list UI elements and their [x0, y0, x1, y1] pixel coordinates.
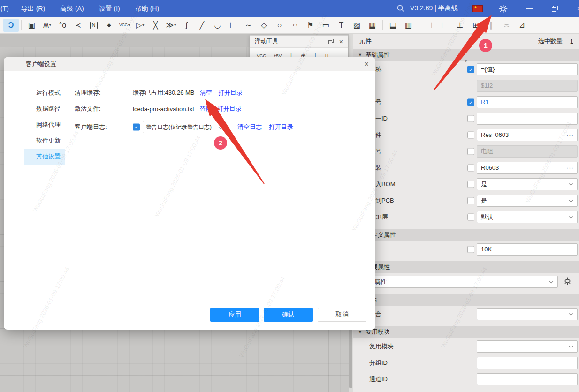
- cache-label: 清理缓存:: [75, 89, 101, 97]
- property-input[interactable]: ={值}: [477, 63, 578, 75]
- menu-item-3[interactable]: 帮助 (H): [129, 0, 165, 17]
- restore-button[interactable]: [551, 0, 558, 17]
- ellipse-tool[interactable]: ○: [287, 19, 303, 32]
- close-button[interactable]: ×: [576, 0, 579, 17]
- distribute-v-tool: ≍: [499, 19, 514, 32]
- more-options-icon[interactable]: ···: [566, 129, 574, 141]
- menu-item-clipped[interactable]: 出 (T): [0, 0, 15, 17]
- dialog-sidebar-item-3[interactable]: 软件更新: [24, 133, 65, 149]
- net-flag-tool[interactable]: ≺: [70, 19, 86, 32]
- section-header-2[interactable]: ▼扩展属性: [353, 261, 579, 273]
- port-tool[interactable]: ▷▾: [132, 19, 148, 32]
- property-checkbox[interactable]: [467, 213, 474, 220]
- align-grid-tool[interactable]: ⊞: [468, 19, 483, 32]
- property-checkbox[interactable]: [467, 246, 474, 253]
- property-row: 通道ID: [353, 371, 579, 387]
- property-checkbox[interactable]: [467, 197, 474, 204]
- open-cache-dir-link[interactable]: 打开目录: [218, 89, 243, 97]
- property-checkbox[interactable]: ✓: [467, 66, 474, 73]
- text-tool[interactable]: T: [334, 19, 349, 32]
- property-input-disabled: 电阻: [477, 145, 578, 158]
- toolbar-separator: [21, 20, 22, 30]
- property-checkbox[interactable]: [467, 164, 474, 171]
- settings-gear-icon[interactable]: [498, 0, 508, 17]
- device-lib-tool[interactable]: ▥: [401, 19, 416, 32]
- confirm-button[interactable]: 确认: [264, 308, 313, 322]
- arc-tool[interactable]: ◡: [210, 19, 225, 32]
- menu-item-1[interactable]: 高级 (A): [54, 0, 90, 17]
- property-input[interactable]: [477, 373, 578, 385]
- property-select[interactable]: 添加属性: [358, 276, 558, 288]
- property-input[interactable]: [477, 113, 578, 125]
- property-select[interactable]: 是: [477, 178, 578, 190]
- property-gear-icon[interactable]: [564, 277, 571, 286]
- property-checkbox[interactable]: [467, 115, 474, 122]
- rectangle-tool[interactable]: ▭: [318, 19, 334, 32]
- property-label: 分组ID: [369, 359, 388, 367]
- menu-item-0[interactable]: 导出 (R): [15, 0, 51, 17]
- align-bottom-tool[interactable]: ⊥: [452, 19, 468, 32]
- log-checkbox[interactable]: ✓: [133, 124, 140, 131]
- activation-label: 激活文件:: [75, 105, 101, 113]
- place-resistor-tool[interactable]: ʍ▾: [39, 19, 55, 32]
- dialog-titlebar[interactable]: 客户端设置 ×: [4, 57, 375, 71]
- dialog-close-icon[interactable]: ×: [364, 60, 369, 68]
- search-icon[interactable]: [395, 0, 407, 17]
- place-component-tool[interactable]: ▣: [24, 19, 39, 32]
- minimize-button[interactable]: [525, 0, 533, 17]
- net-label-tool[interactable]: N: [86, 19, 101, 32]
- symbol-lib-tool[interactable]: ▤: [385, 19, 401, 32]
- no-connect-tool[interactable]: ╳: [148, 19, 163, 32]
- bus-tool[interactable]: ≫▾: [163, 19, 179, 32]
- property-checkbox[interactable]: [467, 181, 474, 188]
- panel-title: 元件: [359, 37, 372, 45]
- replace-file-link[interactable]: 替换: [199, 105, 212, 113]
- property-input[interactable]: R1: [477, 96, 578, 108]
- table-tool[interactable]: ▦: [365, 19, 380, 32]
- property-select[interactable]: 是: [477, 195, 578, 207]
- property-checkbox[interactable]: ✓: [467, 98, 474, 106]
- property-select[interactable]: 默认: [477, 211, 578, 223]
- float-panel-restore-icon[interactable]: [328, 39, 334, 44]
- apply-button[interactable]: 应用: [210, 308, 259, 322]
- curve-tool[interactable]: ∼: [241, 19, 256, 32]
- language-flag-icon[interactable]: ★: [472, 0, 483, 17]
- menu-item-2[interactable]: 设置 (I): [93, 0, 126, 17]
- property-select[interactable]: [477, 308, 578, 320]
- property-input[interactable]: R0603···: [477, 162, 578, 174]
- cancel-button[interactable]: 取消: [318, 308, 366, 322]
- section-header-3[interactable]: ▼组合: [353, 294, 579, 306]
- component-property-panel: 元件 选中数量 1 ▼ ▼基础属性名称✓={值}$1I2位号✓R1唯一ID器件R…: [353, 34, 579, 392]
- collapse-triangle-icon: ▼: [358, 330, 362, 334]
- float-panel-close-icon[interactable]: ×: [339, 38, 343, 45]
- floating-panel-titlebar[interactable]: 浮动工具 ×: [250, 36, 348, 48]
- property-checkbox[interactable]: [467, 148, 474, 155]
- section-header-1[interactable]: ▼自定义属性: [353, 229, 579, 241]
- dialog-sidebar-item-4[interactable]: 其他设置: [24, 149, 65, 165]
- net-port-tool[interactable]: °o: [55, 19, 70, 32]
- property-input[interactable]: Res_0603···: [477, 129, 578, 141]
- log-level-select[interactable]: 警告日志(仅记录警告日志): [143, 121, 226, 133]
- property-checkbox[interactable]: [467, 131, 474, 138]
- line-tool[interactable]: ╱: [194, 19, 210, 32]
- property-row: 封装R0603···: [353, 159, 579, 176]
- junction-tool[interactable]: ◆: [101, 19, 117, 32]
- property-input[interactable]: 10K: [477, 243, 578, 256]
- more-options-icon[interactable]: ···: [566, 162, 574, 173]
- property-select[interactable]: [477, 340, 578, 353]
- open-log-dir-link[interactable]: 打开目录: [269, 123, 293, 131]
- pin-tool[interactable]: ⊢: [225, 19, 241, 32]
- image-tool[interactable]: ▨: [349, 19, 365, 32]
- power-vcc-tool[interactable]: VCC▾: [117, 19, 132, 32]
- flag-frame-tool[interactable]: ⚑: [303, 19, 318, 32]
- wire-tool[interactable]: Ɔ: [3, 19, 19, 32]
- diamond-tool[interactable]: ◇: [256, 19, 272, 32]
- probe-tool[interactable]: ʃ: [179, 19, 194, 32]
- section-header-4[interactable]: ▼复用模块: [353, 326, 579, 338]
- circle-tool[interactable]: ○: [272, 19, 287, 32]
- property-input[interactable]: [477, 357, 578, 369]
- clear-log-link[interactable]: 清空日志: [237, 123, 262, 131]
- mirror-tool[interactable]: ⊿: [514, 19, 530, 32]
- open-activation-dir-link[interactable]: 打开目录: [217, 105, 242, 113]
- clear-cache-link[interactable]: 清空: [200, 89, 212, 97]
